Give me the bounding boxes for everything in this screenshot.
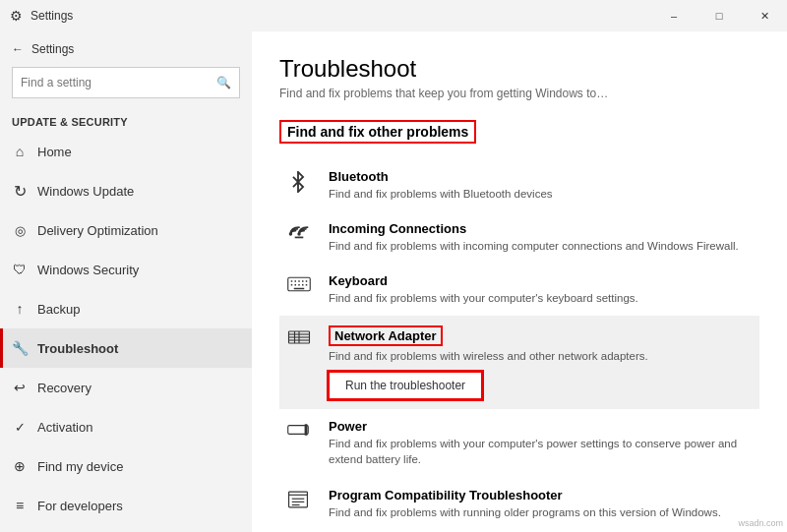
settings-icon: ⚙ (10, 8, 23, 24)
search-input[interactable] (13, 76, 209, 89)
sidebar: ← Settings 🔍 Update & Security ⌂ Home ↻ … (0, 31, 252, 532)
sidebar-item-label-activation: Activation (37, 420, 92, 435)
network-icon (287, 327, 315, 352)
sidebar-item-troubleshoot[interactable]: 🔧 Troubleshoot (0, 328, 252, 368)
power-desc: Find and fix problems with your computer… (329, 436, 752, 467)
security-icon: 🛡 (12, 262, 28, 277)
sidebar-item-label-recovery: Recovery (37, 381, 91, 395)
program-icon (287, 490, 315, 514)
sidebar-item-label-delivery-optimization: Delivery Optimization (37, 223, 158, 238)
svg-point-0 (297, 232, 300, 235)
sidebar-item-label-for-developers: For developers (37, 499, 123, 513)
keyboard-title: Keyboard (329, 273, 752, 288)
troubleshoot-item-network[interactable]: Network Adapter Find and fix problems wi… (279, 316, 759, 409)
sidebar-item-delivery-optimization[interactable]: ◎ Delivery Optimization (0, 210, 252, 250)
sidebar-item-label-windows-security: Windows Security (37, 263, 139, 277)
sidebar-item-for-developers[interactable]: ≡ For developers (0, 486, 252, 525)
delivery-icon: ◎ (12, 223, 28, 238)
program-title: Program Compatibility Troubleshooter (329, 488, 752, 502)
sidebar-item-backup[interactable]: ↑ Backup (0, 289, 252, 328)
developers-icon: ≡ (12, 498, 28, 513)
program-desc: Find and fix problems with running older… (329, 504, 752, 520)
minimize-button[interactable]: – (651, 0, 696, 31)
incoming-desc: Find and fix problems with incoming comp… (329, 238, 752, 254)
title-bar: ⚙ Settings – □ ✕ (0, 0, 787, 31)
app-body: ← Settings 🔍 Update & Security ⌂ Home ↻ … (0, 31, 787, 532)
sidebar-item-home[interactable]: ⌂ Home (0, 132, 252, 171)
bluetooth-desc: Find and fix problems with Bluetooth dev… (329, 186, 752, 202)
update-icon: ↻ (12, 182, 28, 201)
maximize-button[interactable]: □ (696, 0, 742, 31)
page-title: Troubleshoot (279, 55, 759, 83)
incoming-content: Incoming Connections Find and fix proble… (329, 221, 752, 254)
program-content: Program Compatibility Troubleshooter Fin… (329, 488, 752, 520)
back-icon: ← (12, 42, 24, 56)
sidebar-item-windows-security[interactable]: 🛡 Windows Security (0, 250, 252, 289)
sidebar-item-label-windows-update: Windows Update (37, 184, 134, 199)
troubleshoot-item-bluetooth[interactable]: Bluetooth Find and fix problems with Blu… (279, 159, 759, 211)
title-bar-title: Settings (30, 9, 73, 23)
sidebar-item-label-find-my-device: Find my device (37, 459, 123, 474)
sidebar-back-button[interactable]: ← Settings (0, 31, 252, 67)
find-device-icon: ⊕ (12, 458, 28, 474)
sidebar-item-recovery[interactable]: ↩ Recovery (0, 368, 252, 407)
content-subtitle: Find and fix problems that keep you from… (279, 87, 759, 100)
sidebar-item-find-my-device[interactable]: ⊕ Find my device (0, 446, 252, 486)
network-desc: Find and fix problems with wireless and … (329, 348, 752, 364)
run-troubleshooter-button[interactable]: Run the troubleshooter (329, 372, 482, 399)
svg-rect-22 (305, 425, 308, 437)
network-content: Network Adapter Find and fix problems wi… (329, 325, 752, 399)
content-area: Troubleshoot Find and fix problems that … (252, 31, 787, 532)
troubleshoot-icon: 🔧 (12, 340, 28, 356)
troubleshoot-item-keyboard[interactable]: Keyboard Find and fix problems with your… (279, 264, 759, 316)
sidebar-item-label-home: Home (37, 145, 72, 159)
sidebar-section-label: Update & Security (0, 110, 252, 132)
bluetooth-icon (287, 171, 315, 198)
sidebar-app-title: Settings (31, 42, 74, 56)
svg-point-1 (289, 232, 292, 235)
power-title: Power (329, 419, 752, 434)
troubleshoot-item-incoming[interactable]: Incoming Connections Find and fix proble… (279, 211, 759, 264)
sidebar-item-label-troubleshoot: Troubleshoot (37, 341, 118, 356)
keyboard-desc: Find and fix problems with your computer… (329, 290, 752, 306)
close-button[interactable]: ✕ (742, 0, 787, 31)
title-bar-controls: – □ ✕ (651, 0, 787, 31)
sidebar-item-label-backup: Backup (37, 302, 80, 317)
power-icon (287, 421, 315, 443)
home-icon: ⌂ (12, 144, 28, 159)
incoming-title: Incoming Connections (329, 221, 752, 236)
bluetooth-content: Bluetooth Find and fix problems with Blu… (329, 169, 752, 202)
network-title: Network Adapter (329, 325, 443, 346)
backup-icon: ↑ (12, 301, 28, 317)
watermark: wsadn.com (738, 518, 783, 528)
incoming-icon (287, 223, 315, 250)
keyboard-icon (287, 275, 315, 298)
title-bar-left: ⚙ Settings (10, 8, 73, 24)
section-header: Find and fix other problems (279, 120, 476, 144)
sidebar-item-activation[interactable]: ✓ Activation (0, 407, 252, 446)
bluetooth-title: Bluetooth (329, 169, 752, 184)
sidebar-item-windows-insider[interactable]: ⊞ Windows Insider Program (0, 525, 252, 532)
troubleshoot-item-program[interactable]: Program Compatibility Troubleshooter Fin… (279, 478, 759, 530)
keyboard-content: Keyboard Find and fix problems with your… (329, 273, 752, 306)
power-content: Power Find and fix problems with your co… (329, 419, 752, 467)
search-icon: 🔍 (209, 76, 239, 89)
search-box[interactable]: 🔍 (12, 67, 240, 98)
activation-icon: ✓ (12, 420, 28, 435)
sidebar-item-windows-update[interactable]: ↻ Windows Update (0, 171, 252, 210)
recovery-icon: ↩ (12, 380, 28, 395)
troubleshoot-item-power[interactable]: Power Find and fix problems with your co… (279, 409, 759, 477)
